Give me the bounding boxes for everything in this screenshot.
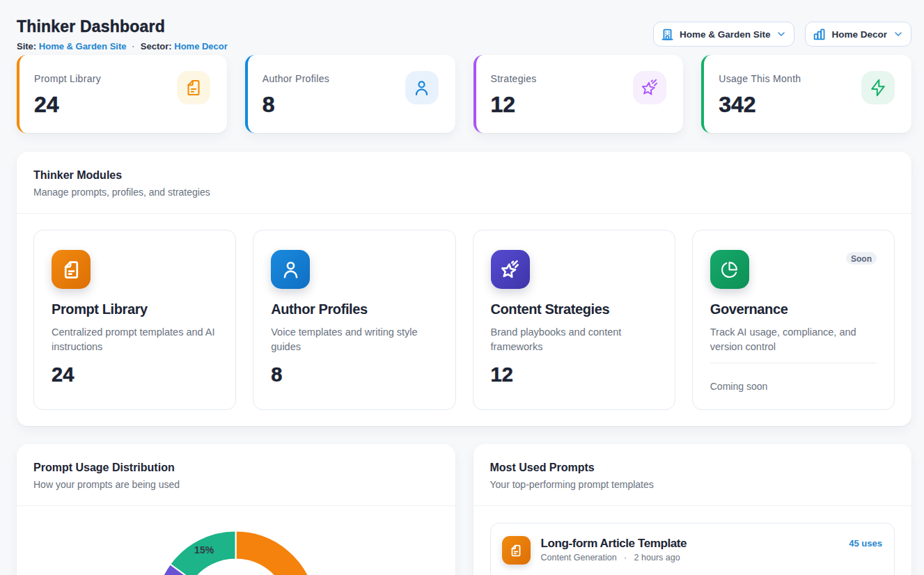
- svg-text:15%: 15%: [194, 544, 214, 556]
